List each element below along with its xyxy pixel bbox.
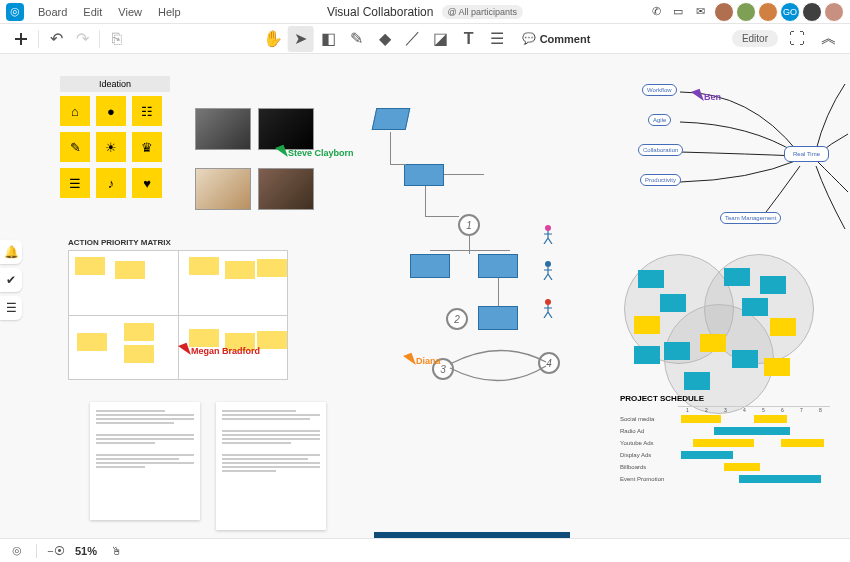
venn-note[interactable] [684, 372, 710, 390]
call-icon[interactable]: ✆ [648, 4, 664, 20]
venn-note[interactable] [634, 346, 660, 364]
role-badge[interactable]: Editor [732, 30, 778, 47]
select-tool-icon[interactable]: ➤ [288, 26, 314, 52]
comment-icon: 💬 [522, 32, 536, 45]
mindmap-node[interactable]: Team Management [720, 212, 781, 224]
svg-point-2 [545, 299, 551, 305]
mouse-mode-icon[interactable]: 🖱 [107, 542, 125, 560]
participants-badge[interactable]: @ All participants [441, 5, 523, 19]
person-icon [542, 260, 554, 280]
venn-note[interactable] [634, 316, 660, 334]
format-painter-icon[interactable]: ⎘ [104, 26, 130, 52]
sticky-note[interactable]: ✎ [60, 132, 90, 162]
marker-tool-icon[interactable]: ◆ [372, 26, 398, 52]
compass-icon[interactable]: ◎ [8, 542, 26, 560]
mindmap-node[interactable]: Workflow [642, 84, 677, 96]
shape-tool-icon[interactable]: ◪ [428, 26, 454, 52]
line-tool-icon[interactable]: ／ [400, 26, 426, 52]
venn-diagram[interactable] [614, 254, 824, 394]
person-icon [542, 224, 554, 244]
undo-button[interactable]: ↶ [43, 26, 69, 52]
sticky-note[interactable]: ♥ [132, 168, 162, 198]
image-thumb[interactable] [195, 168, 251, 210]
venn-note[interactable] [724, 268, 750, 286]
image-thumb[interactable] [258, 108, 314, 150]
venn-note[interactable] [660, 294, 686, 312]
mindmap-center[interactable]: Real Time [784, 146, 829, 162]
notifications-button[interactable]: 🔔 [0, 240, 22, 264]
person-icon [542, 298, 554, 318]
outline-button[interactable]: ☰ [0, 296, 22, 320]
chat-icon[interactable]: ✉ [692, 4, 708, 20]
venn-note[interactable] [700, 334, 726, 352]
matrix-note[interactable] [75, 257, 105, 275]
sticky-note[interactable]: ♪ [96, 168, 126, 198]
collapse-icon[interactable]: ︽ [816, 26, 842, 52]
ideation-stickies[interactable]: ⌂ ● ☷ ✎ ☀ ♛ ☰ ♪ ♥ [60, 96, 162, 198]
eraser-tool-icon[interactable]: ◧ [316, 26, 342, 52]
mindmap-node[interactable]: Agile [648, 114, 671, 126]
avatar[interactable] [824, 2, 844, 22]
venn-note[interactable] [764, 358, 790, 376]
venn-note[interactable] [742, 298, 768, 316]
sticky-note[interactable]: ☷ [132, 96, 162, 126]
matrix-note[interactable] [115, 261, 145, 279]
flowchart[interactable]: 1 2 3 4 [350, 94, 570, 374]
gantt-chart[interactable]: 12345678 Social media Radio Ad Youtube A… [620, 406, 830, 485]
venn-note[interactable] [664, 342, 690, 360]
participant-avatars[interactable]: GO [714, 2, 844, 22]
tasks-button[interactable]: ✔ [0, 268, 22, 292]
sticky-note[interactable]: ☰ [60, 168, 90, 198]
matrix-note[interactable] [124, 345, 154, 363]
fullscreen-icon[interactable]: ⛶ [784, 26, 810, 52]
zoom-out-button[interactable]: −⦿ [47, 542, 65, 560]
matrix-note[interactable] [77, 333, 107, 351]
text-tool-icon[interactable]: T [456, 26, 482, 52]
venn-note[interactable] [732, 350, 758, 368]
matrix-title: ACTION PRIORITY MATRIX [68, 238, 171, 247]
zoom-level[interactable]: 51% [75, 545, 97, 557]
menu-view[interactable]: View [110, 6, 150, 18]
sticky-note[interactable]: ☀ [96, 132, 126, 162]
venn-note[interactable] [638, 270, 664, 288]
pan-tool-icon[interactable]: ✋ [260, 26, 286, 52]
matrix-note[interactable] [257, 259, 287, 277]
comment-label: Comment [540, 33, 591, 45]
comment-button[interactable]: 💬 Comment [522, 32, 591, 45]
add-button[interactable] [8, 26, 34, 52]
mindmap-node[interactable]: Productivity [640, 174, 681, 186]
pen-tool-icon[interactable]: ✎ [344, 26, 370, 52]
mindmap-node[interactable]: Collaboration [638, 144, 683, 156]
action-matrix[interactable] [68, 250, 288, 380]
avatar[interactable] [736, 2, 756, 22]
present-icon[interactable]: ▭ [670, 4, 686, 20]
matrix-note[interactable] [189, 257, 219, 275]
matrix-note[interactable] [257, 331, 287, 349]
redo-button[interactable]: ↷ [69, 26, 95, 52]
board-title[interactable]: Visual Collaboration [327, 5, 434, 19]
menu-edit[interactable]: Edit [75, 6, 110, 18]
matrix-note[interactable] [124, 323, 154, 341]
venn-note[interactable] [770, 318, 796, 336]
avatar[interactable] [758, 2, 778, 22]
sticky-note[interactable]: ♛ [132, 132, 162, 162]
app-logo[interactable]: ◎ [6, 3, 24, 21]
board-canvas[interactable]: Ideation ⌂ ● ☷ ✎ ☀ ♛ ☰ ♪ ♥ Steve Claybor… [0, 54, 850, 538]
avatar[interactable] [714, 2, 734, 22]
avatar[interactable]: GO [780, 2, 800, 22]
sticky-tool-icon[interactable]: ☰ [484, 26, 510, 52]
venn-note[interactable] [760, 276, 786, 294]
sticky-note[interactable]: ⌂ [60, 96, 90, 126]
matrix-note[interactable] [225, 261, 255, 279]
remote-cursor-megan: Megan Bradford [180, 344, 260, 357]
menu-board[interactable]: Board [30, 6, 75, 18]
mindmap[interactable]: Workflow Agile Collaboration Productivit… [630, 74, 850, 234]
sticky-note[interactable]: ● [96, 96, 126, 126]
document-thumb[interactable] [216, 402, 326, 530]
menu-help[interactable]: Help [150, 6, 189, 18]
image-thumb[interactable] [195, 108, 251, 150]
avatar[interactable] [802, 2, 822, 22]
document-thumb[interactable] [90, 402, 200, 520]
image-thumb[interactable] [258, 168, 314, 210]
svg-point-0 [545, 225, 551, 231]
